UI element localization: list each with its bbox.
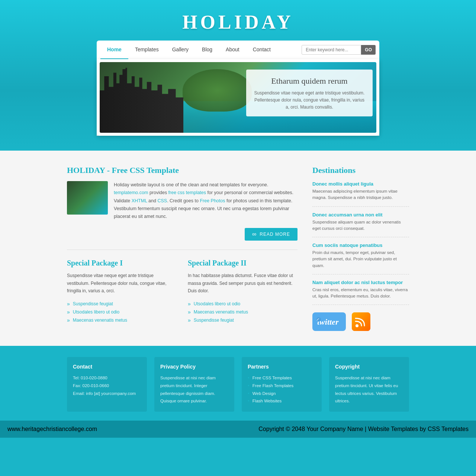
social-icons: twitter [312,312,409,331]
free-photos-link[interactable]: Free Photos [200,198,225,203]
content-left: HOLIDAY - Free CSS Template Holiday webs… [67,165,298,331]
read-more-button[interactable]: READ MORE [245,228,298,241]
search-button[interactable]: GO [361,45,376,55]
site-title: HOLIDAY [0,11,476,33]
footer-site-url: www.heritagechristiancollege.com [7,426,97,432]
nav-links: Home Templates Gallery Blog About Contac… [100,41,302,59]
dest-desc-1: Maecenas adipiscing elementum ipsum vita… [312,188,409,201]
destinations-title: Destinations [312,165,409,175]
footer-sep1: | [365,426,368,432]
section-title: HOLIDAY - Free CSS Template [67,165,298,175]
free-css-link[interactable]: free css templates [168,190,206,195]
nav-search: GO [302,45,376,55]
hero-wrapper: Etharum quidem rerum Suspendisse vitae n… [97,59,379,136]
search-input[interactable] [302,45,361,55]
footer-tel: Tel: 010-020-0880 [73,374,141,382]
footer-copyright-text: Suspendisse at nisi nec diam pretium tin… [335,374,403,405]
read-more-container: READ MORE [67,228,298,241]
dest-link-3[interactable]: Cum sociis natoque penatibus [312,242,409,248]
intro-block: Holiday website layout is one of the cle… [67,181,298,221]
footer-bottom: www.heritagechristiancollege.com Copyrig… [0,421,476,438]
package-1-text: Suspendisse vitae neque eget ante tristi… [67,272,177,295]
nav-contact[interactable]: Contact [246,41,277,59]
nav-home[interactable]: Home [100,41,128,59]
footer-fax: Fax: 020-010-0660 [73,382,141,390]
package-2: Special Package II In hac habitasse plat… [188,259,298,324]
footer-website-templates-link[interactable]: Website Templates [368,426,418,432]
nav-about[interactable]: About [219,41,246,59]
hero-description: Suspendisse vitae neque eget ante tristi… [254,90,365,111]
packages-row: Special Package I Suspendisse vitae nequ… [67,259,298,324]
dest-link-4[interactable]: Nam aliquet dolor ac nisl luctus tempor [312,280,409,285]
footer-col-partners: Partners Free CSS Templates Free Flash T… [242,357,322,412]
dest-item-4: Nam aliquet dolor ac nisl luctus tempor … [312,280,409,305]
package-1-list: Suspendisse feugiat Utsodales libero ut … [67,300,177,324]
pkg2-item-3[interactable]: Suspendisse feugiat [188,316,298,324]
footer-link-flash-websites[interactable]: Flash Websites [253,397,282,405]
svg-point-4 [356,324,358,327]
content-inner: HOLIDAY - Free CSS Template Holiday webs… [67,165,409,331]
main-content: HOLIDAY - Free CSS Template Holiday webs… [0,151,476,346]
pkg1-item-3[interactable]: Maecenas venenatis metus [67,316,177,324]
footer-copyright-year: Copyright © 2048 [258,426,305,432]
package-2-title: Special Package II [188,259,298,267]
svg-rect-3 [352,312,370,331]
footer-company-link[interactable]: Your Company Name [306,426,363,432]
footer-contact-title: Contact [73,364,141,370]
dest-link-2[interactable]: Donec accumsan urna non elit [312,212,409,218]
twitter-icon[interactable]: twitter [312,312,346,331]
divider [67,250,298,250]
css-link[interactable]: CSS [157,198,167,203]
dest-item-1: Donec mollis aliquet ligula Maecenas adi… [312,181,409,207]
footer-privacy-text: Suspendisse at nisi nec diam pretium tin… [160,374,228,405]
footer-link-css-templates[interactable]: Free CSS Templates [253,374,292,382]
dest-link-1[interactable]: Donec mollis aliquet ligula [312,181,409,187]
package-1-title: Special Package I [67,259,177,267]
footer-privacy-title: Privacy Policy [160,364,228,370]
pkg2-item-1[interactable]: Utsodales libero ut odio [188,300,298,308]
dest-desc-2: Suspendisse aliquam quam ac dolor venena… [312,219,409,232]
hero-heading: Etharum quidem rerum [254,76,365,86]
package-2-list: Utsodales libero ut odio Maecenas venena… [188,300,298,324]
nav-bar: Home Templates Gallery Blog About Contac… [97,41,379,59]
footer-email: Email: info [at] yourcompany.com [73,390,141,398]
footer-col-copyright: Copyright Suspendisse at nisi nec diam p… [329,357,409,412]
footer-col-contact: Contact Tel: 010-020-0880 Fax: 020-010-0… [67,357,147,412]
intro-text: Holiday website layout is one of the cle… [114,181,298,221]
footer-inner: Contact Tel: 010-020-0880 Fax: 020-010-0… [67,357,409,421]
package-1: Special Package I Suspendisse vitae nequ… [67,259,177,324]
svg-point-2 [316,317,321,322]
footer-partners-list: Free CSS Templates Free Flash Templates … [248,374,316,405]
trees-bg [183,69,252,112]
footer-col-privacy: Privacy Policy Suspendisse at nisi nec d… [154,357,234,412]
footer-bottom-right: Copyright © 2048 Your Company Name | Web… [258,426,469,432]
dest-desc-3: Proin dui mauris, tempor eget, pulvinar … [312,250,409,269]
intro-image [67,181,108,215]
content-right: Destinations Donec mollis aliquet ligula… [312,165,409,331]
nav-templates[interactable]: Templates [128,41,165,59]
footer-link-flash-templates[interactable]: Free Flash Templates [253,382,293,390]
hero-image: Etharum quidem rerum Suspendisse vitae n… [100,62,376,133]
nav-blog[interactable]: Blog [195,41,219,59]
package-2-text: In hac habitasse platea dictumst. Fusce … [188,272,298,295]
pkg2-item-2[interactable]: Maecenas venenatis metus [188,308,298,316]
templatemo-link[interactable]: templatemo.com [114,190,148,195]
footer-sep2: by [420,426,428,432]
dest-desc-4: Cras nisl eros, elementum eu, iaculis vi… [312,287,409,300]
rss-icon[interactable] [352,312,370,331]
pkg1-item-1[interactable]: Suspendisse feugiat [67,300,177,308]
footer-link-web-design[interactable]: Web Design [253,390,276,398]
nav-container: Home Templates Gallery Blog About Contac… [97,41,379,136]
top-section: HOLIDAY Home Templates Gallery Blog Abou… [0,0,476,151]
dest-item-2: Donec accumsan urna non elit Suspendisse… [312,212,409,238]
pkg1-item-2[interactable]: Utsodales libero ut odio [67,308,177,316]
hero-text-box: Etharum quidem rerum Suspendisse vitae n… [246,70,373,116]
nav-gallery[interactable]: Gallery [165,41,195,59]
xhtml-link[interactable]: XHTML [132,198,147,203]
dest-item-3: Cum sociis natoque penatibus Proin dui m… [312,242,409,274]
footer-partners-title: Partners [248,364,316,370]
footer-copyright-title: Copyright [335,364,403,370]
footer-css-templates-link[interactable]: CSS Templates [428,426,469,432]
footer: Contact Tel: 010-020-0880 Fax: 020-010-0… [0,346,476,438]
